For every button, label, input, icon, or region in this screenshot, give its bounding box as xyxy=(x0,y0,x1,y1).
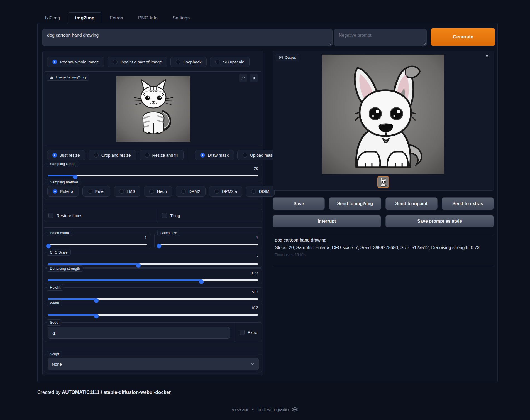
extra-checkbox[interactable]: Extra xyxy=(240,330,257,335)
checkbox-icon xyxy=(162,213,167,218)
radio-icon xyxy=(149,189,154,194)
sampler-lms[interactable]: LMS xyxy=(114,186,141,197)
mode-sd-upscale[interactable]: SD upscale xyxy=(210,57,250,67)
save-prompt-as-style-button[interactable]: Save prompt as style xyxy=(385,215,494,227)
tab-extras[interactable]: Extras xyxy=(102,12,131,24)
dog-thumbnail xyxy=(378,177,389,187)
width-value: 512 xyxy=(252,305,258,310)
footer-credit: Created by AUTOMATIC1111 / stable-diffus… xyxy=(37,390,171,395)
mode-label: Redraw whole image xyxy=(60,60,99,64)
sampling-method-label: Sampling method xyxy=(47,179,81,185)
radio-selected-icon xyxy=(200,153,205,158)
denoising-strength-value: 0.73 xyxy=(251,271,258,275)
generate-button[interactable]: Generate xyxy=(431,28,495,46)
slider-handle[interactable] xyxy=(94,298,99,303)
slider-track[interactable] xyxy=(48,244,147,245)
info-time-taken: Time taken: 25.62s xyxy=(275,252,494,257)
gallery-thumbnail-selected[interactable] xyxy=(377,176,389,188)
denoising-strength-block: Denoising strength 0.73 xyxy=(44,268,262,284)
checkbox-icon xyxy=(240,330,245,335)
batch-count-slider[interactable] xyxy=(48,242,147,247)
clear-image-button[interactable] xyxy=(250,74,258,82)
main-tabbar: txt2img img2img Extras PNG Info Settings xyxy=(37,12,197,24)
close-output-button[interactable] xyxy=(485,54,489,58)
sampler-dpm2[interactable]: DPM2 xyxy=(176,186,206,197)
slider-handle[interactable] xyxy=(157,244,161,249)
slider-handle[interactable] xyxy=(136,263,141,268)
script-block: Script None xyxy=(44,354,262,372)
sampler-label: Euler a xyxy=(60,189,74,194)
slider-track[interactable] xyxy=(48,314,258,316)
built-with-gradio-link[interactable]: built with gradio xyxy=(258,407,289,412)
slider-track[interactable] xyxy=(48,279,258,281)
radio-selected-icon xyxy=(52,60,57,64)
source-image-cat[interactable] xyxy=(116,76,190,142)
denoising-strength-slider[interactable] xyxy=(48,278,258,283)
resize-crop-and-resize[interactable]: Crop and resize xyxy=(89,150,136,160)
mode-redraw-whole-image[interactable]: Redraw whole image xyxy=(47,57,104,67)
sampler-euler[interactable]: Euler xyxy=(82,186,110,197)
height-slider[interactable] xyxy=(48,297,258,301)
tab-img2img[interactable]: img2img xyxy=(68,12,102,24)
mask-label: Draw mask xyxy=(208,153,229,158)
interrupt-button[interactable]: Interrupt xyxy=(273,215,381,227)
prompt-input[interactable]: dog cartoon hand drawing xyxy=(42,29,333,46)
slider-track[interactable] xyxy=(48,263,258,265)
mode-label: SD upscale xyxy=(223,60,244,64)
negative-prompt-input[interactable] xyxy=(334,29,427,46)
output-actions-row2: Interrupt Save prompt as style xyxy=(273,215,494,227)
sampling-steps-slider[interactable] xyxy=(48,173,258,178)
sampler-label: Euler xyxy=(95,189,105,194)
sampler-heun[interactable]: Heun xyxy=(144,186,172,197)
output-panel: Output xyxy=(273,51,494,191)
dog-drawing xyxy=(322,55,444,174)
cfg-scale-value: 7 xyxy=(256,255,258,259)
width-slider[interactable] xyxy=(48,313,258,317)
resize-just-resize[interactable]: Just resize xyxy=(47,150,85,160)
send-to-extras-button[interactable]: Send to extras xyxy=(442,197,494,210)
slider-track[interactable] xyxy=(158,244,258,245)
mode-loopback[interactable]: Loopback xyxy=(170,57,207,67)
radio-selected-icon xyxy=(53,189,57,194)
batch-size-slider[interactable] xyxy=(158,242,258,247)
tab-settings[interactable]: Settings xyxy=(165,12,197,24)
image-panel-label: Image for img2img xyxy=(47,74,89,81)
output-image-dog[interactable] xyxy=(322,55,444,174)
sampler-euler-a[interactable]: Euler a xyxy=(47,186,79,197)
tiling-checkbox[interactable]: Tiling xyxy=(162,213,180,218)
restore-faces-checkbox[interactable]: Restore faces xyxy=(48,213,82,218)
mode-inpaint-part[interactable]: Inpaint a part of image xyxy=(108,57,167,67)
slider-track[interactable] xyxy=(48,175,258,176)
tab-txt2img[interactable]: txt2img xyxy=(37,12,68,24)
radio-icon xyxy=(176,60,180,64)
extra-label: Extra xyxy=(248,330,257,335)
save-button[interactable]: Save xyxy=(273,197,325,210)
sampling-steps-value: 20 xyxy=(254,166,258,171)
radio-icon xyxy=(181,189,186,194)
resize-label: Resize and fill xyxy=(152,153,178,158)
mask-draw-mask[interactable]: Draw mask xyxy=(195,150,234,160)
resize-resize-and-fill[interactable]: Resize and fill xyxy=(140,150,184,160)
divider xyxy=(44,205,262,205)
view-api-link[interactable]: view api xyxy=(232,407,248,412)
seed-input[interactable]: -1 xyxy=(48,327,230,339)
toggles-block: Restore faces Tiling xyxy=(44,209,262,222)
image-icon xyxy=(279,55,283,60)
batch-count-value: 1 xyxy=(145,235,147,240)
sampler-dpm2-a[interactable]: DPM2 a xyxy=(209,186,242,197)
settings-panel: Redraw whole image Inpaint a part of ima… xyxy=(42,51,263,375)
image-panel-label-text: Image for img2img xyxy=(56,75,86,79)
script-dropdown[interactable]: None xyxy=(48,358,259,370)
slider-handle[interactable] xyxy=(46,244,51,249)
slider-track[interactable] xyxy=(48,298,258,300)
footer-repo-link[interactable]: AUTOMATIC1111 / stable-diffusion-webui-d… xyxy=(62,390,171,395)
send-to-img2img-button[interactable]: Send to img2img xyxy=(329,197,381,210)
tab-png-info[interactable]: PNG Info xyxy=(131,12,165,24)
sampler-ddim[interactable]: DDIM xyxy=(246,186,275,197)
slider-handle[interactable] xyxy=(94,314,99,319)
slider-handle[interactable] xyxy=(73,175,78,180)
edit-image-button[interactable] xyxy=(239,74,247,82)
slider-handle[interactable] xyxy=(199,279,204,284)
send-to-inpaint-button[interactable]: Send to inpaint xyxy=(385,197,438,210)
sampler-label: LMS xyxy=(127,189,135,194)
